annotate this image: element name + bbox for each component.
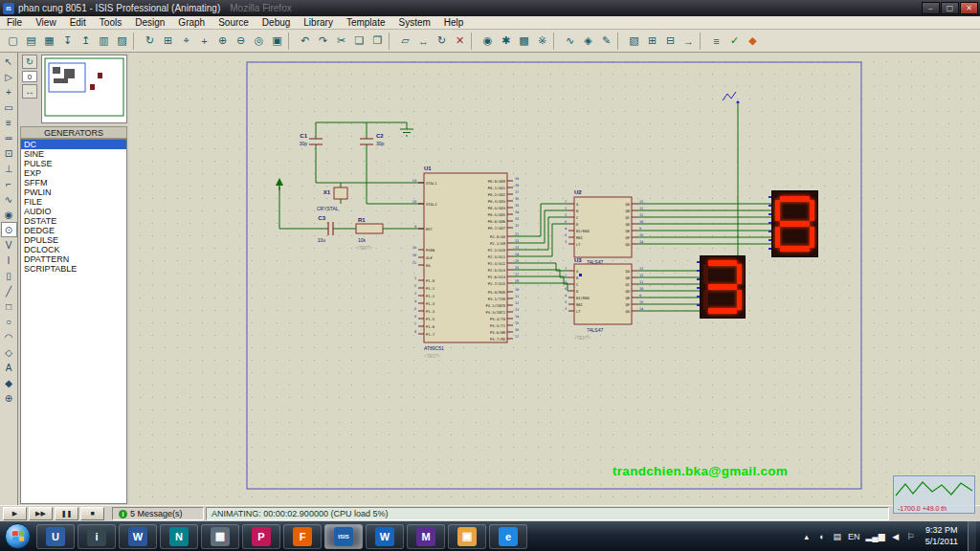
line-2d-icon[interactable]: ╱ — [1, 283, 17, 298]
taskbar-app-folder[interactable]: ▣ — [448, 524, 486, 549]
virtual-instrument-mode-icon[interactable]: ▯ — [1, 268, 17, 283]
tray-flag-icon[interactable]: ⚐ — [906, 532, 916, 541]
new-design-icon[interactable]: ▢ — [4, 33, 22, 50]
component-mode-icon[interactable]: ▷ — [1, 69, 17, 84]
search-tag-icon[interactable]: ◈ — [579, 33, 597, 50]
taskbar-app-calculator[interactable]: ▦ — [201, 524, 239, 549]
property-assignment-icon[interactable]: ✎ — [597, 33, 615, 50]
open-design-icon[interactable]: ▤ — [22, 33, 40, 50]
design-explorer-icon[interactable]: ▧ — [625, 33, 643, 50]
taskbar-app-4[interactable]: N — [160, 524, 198, 549]
goto-sheet-icon[interactable]: → — [679, 33, 698, 50]
toolbar-icon[interactable] — [553, 33, 559, 50]
generator-item[interactable]: DPATTERN — [21, 254, 126, 264]
menu-item-view[interactable]: View — [29, 16, 63, 30]
circle-2d-icon[interactable]: ○ — [1, 314, 17, 329]
subcircuit-mode-icon[interactable]: ⊡ — [1, 145, 17, 161]
voltage-probe-mode-icon[interactable]: V — [1, 237, 17, 253]
cut-icon[interactable]: ✂ — [332, 33, 350, 50]
rotate-button[interactable]: ↻ — [22, 55, 37, 69]
generator-item[interactable]: PWLIN — [21, 187, 126, 197]
selection-mode-icon[interactable]: ↖ — [1, 54, 17, 69]
taskbar-app-10[interactable]: M — [407, 524, 445, 549]
tray-network-icon[interactable]: ▂▄▆ — [865, 532, 884, 541]
menu-item-system[interactable]: System — [391, 16, 436, 30]
taskbar-app-9[interactable]: W — [366, 524, 404, 549]
generator-item[interactable]: FILE — [21, 197, 126, 207]
import-section-icon[interactable]: ↧ — [58, 33, 77, 50]
taskbar-app-firefox[interactable]: F — [283, 524, 322, 549]
wire-autorouter-icon[interactable]: ∿ — [561, 33, 579, 50]
taskbar-app-1[interactable]: U — [36, 524, 75, 549]
power-terminal[interactable] — [276, 178, 283, 190]
stop-button[interactable]: ■ — [80, 507, 104, 520]
menu-item-library[interactable]: Library — [297, 16, 340, 30]
toolbar-icon[interactable] — [288, 33, 294, 50]
capacitor-c1[interactable] — [309, 139, 323, 144]
packaging-tool-icon[interactable]: ▩ — [515, 33, 533, 50]
current-probe-mode-icon[interactable]: I — [1, 253, 17, 268]
menu-item-template[interactable]: Template — [340, 16, 392, 30]
save-design-icon[interactable]: ▦ — [40, 33, 58, 50]
taskbar-app-paint[interactable]: P — [242, 524, 280, 549]
export-section-icon[interactable]: ↥ — [77, 33, 95, 50]
taskbar-app-isis[interactable]: ISIS — [324, 524, 363, 549]
toolbar-icon[interactable] — [389, 33, 394, 50]
start-button[interactable] — [5, 523, 31, 549]
path-2d-icon[interactable]: ◇ — [1, 344, 17, 360]
zoom-area-icon[interactable]: ▣ — [268, 33, 286, 50]
electrical-check-icon[interactable]: ✓ — [725, 33, 744, 50]
close-button[interactable]: ✕ — [960, 2, 978, 14]
menu-item-help[interactable]: Help — [437, 16, 471, 30]
taskbar-app-2[interactable]: i — [78, 524, 116, 549]
print-icon[interactable]: ▥ — [95, 33, 113, 50]
generator-item[interactable]: AUDIO — [21, 207, 126, 216]
netlist-to-ares-icon[interactable]: ◆ — [744, 33, 762, 50]
show-desktop-button[interactable] — [968, 521, 976, 551]
seven-segment-display-2[interactable] — [700, 255, 746, 319]
menu-item-tools[interactable]: Tools — [93, 16, 128, 30]
new-sheet-icon[interactable]: ⊞ — [643, 33, 661, 50]
graph-mode-icon[interactable]: ∿ — [1, 191, 17, 207]
ic-u3-74ls47[interactable] — [574, 264, 632, 324]
generator-item[interactable]: DC — [21, 140, 126, 149]
generator-item[interactable]: EXP — [21, 168, 126, 178]
mark-print-area-icon[interactable]: ▨ — [113, 33, 131, 50]
crystal-x1[interactable] — [334, 187, 347, 199]
arc-2d-icon[interactable]: ◠ — [1, 329, 17, 344]
marker-2d-icon[interactable]: ⊕ — [1, 390, 17, 406]
zoom-in-icon[interactable]: ⊕ — [213, 33, 232, 50]
taskbar-clock[interactable]: 9:32 PM 5/1/2011 — [922, 525, 962, 547]
seven-segment-display-1[interactable] — [771, 190, 818, 257]
tray-volume-icon[interactable]: ◀ — [891, 532, 901, 541]
resistor-r1[interactable] — [356, 224, 383, 233]
ic-u2-74ls47[interactable] — [574, 197, 632, 257]
schematic-canvas[interactable]: C1 30p C2 30p X1 CRYSTAL C3 10u R1 10k — [129, 53, 980, 505]
generator-item[interactable]: SINE — [21, 149, 126, 159]
message-counter[interactable]: i 5 Message(s) — [112, 507, 204, 520]
generator-mode-icon[interactable]: ⊙ — [1, 222, 17, 237]
probe-icon[interactable] — [723, 92, 740, 104]
text-2d-icon[interactable]: A — [1, 360, 17, 375]
generator-item[interactable]: SCRIPTABLE — [21, 264, 126, 274]
menu-item-edit[interactable]: Edit — [63, 16, 93, 30]
toggle-grid-icon[interactable]: ⊞ — [159, 33, 177, 50]
text-script-mode-icon[interactable]: ≡ — [1, 115, 17, 130]
minimize-button[interactable]: – — [922, 2, 940, 14]
tray-language[interactable]: EN — [848, 532, 860, 541]
block-rotate-icon[interactable]: ↻ — [433, 33, 451, 50]
remove-sheet-icon[interactable]: ⊟ — [661, 33, 679, 50]
capacitor-c2[interactable] — [360, 139, 373, 144]
toolbar-icon[interactable] — [700, 33, 705, 50]
pan-icon[interactable]: + — [195, 33, 213, 50]
tape-recorder-mode-icon[interactable]: ◉ — [1, 207, 17, 222]
tray-icon-1[interactable]: ◐ — [817, 532, 827, 541]
bus-mode-icon[interactable]: ═ — [1, 130, 17, 145]
redraw-icon[interactable]: ↻ — [141, 33, 159, 50]
maximize-button[interactable]: ▢ — [941, 2, 959, 14]
menu-item-design[interactable]: Design — [128, 16, 171, 30]
menu-item-debug[interactable]: Debug — [256, 16, 297, 30]
pause-button[interactable]: ❚❚ — [55, 507, 78, 520]
menu-item-source[interactable]: Source — [212, 16, 256, 30]
block-copy-icon[interactable]: ▱ — [396, 33, 414, 50]
